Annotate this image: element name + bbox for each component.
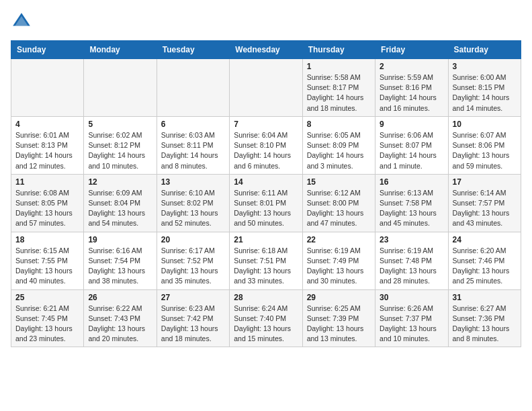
day-info: Sunrise: 6:14 AM Sunset: 7:57 PM Dayligh… [453,188,517,229]
day-info: Sunrise: 6:01 AM Sunset: 8:13 PM Dayligh… [15,130,79,171]
calendar-cell: 28Sunrise: 6:24 AM Sunset: 7:40 PM Dayli… [230,289,302,347]
day-number: 13 [161,177,225,187]
day-number: 23 [380,235,443,244]
day-info: Sunrise: 6:21 AM Sunset: 7:45 PM Dayligh… [15,304,79,345]
calendar-cell: 2Sunrise: 5:59 AM Sunset: 8:16 PM Daylig… [375,59,448,117]
logo [11,11,35,32]
day-number: 9 [380,120,443,129]
calendar-cell: 12Sunrise: 6:09 AM Sunset: 8:04 PM Dayli… [84,174,157,232]
day-number: 5 [88,120,152,129]
calendar-cell: 4Sunrise: 6:01 AM Sunset: 8:13 PM Daylig… [11,116,84,174]
calendar-cell: 3Sunrise: 6:00 AM Sunset: 8:15 PM Daylig… [448,59,521,117]
calendar-cell: 29Sunrise: 6:25 AM Sunset: 7:39 PM Dayli… [302,289,375,347]
calendar-cell: 19Sunrise: 6:16 AM Sunset: 7:54 PM Dayli… [84,232,157,289]
calendar-cell: 7Sunrise: 6:04 AM Sunset: 8:10 PM Daylig… [230,116,302,174]
day-number: 26 [88,293,152,302]
day-info: Sunrise: 6:00 AM Sunset: 8:15 PM Dayligh… [453,73,517,113]
day-info: Sunrise: 6:02 AM Sunset: 8:12 PM Dayligh… [88,130,152,171]
day-info: Sunrise: 6:24 AM Sunset: 7:40 PM Dayligh… [234,304,298,345]
calendar-cell: 15Sunrise: 6:12 AM Sunset: 8:00 PM Dayli… [302,174,375,232]
day-info: Sunrise: 6:19 AM Sunset: 7:48 PM Dayligh… [380,246,443,287]
day-number: 1 [307,62,371,71]
day-number: 14 [234,177,298,187]
calendar-cell [84,59,157,117]
weekday-header-friday: Friday [375,41,448,59]
calendar-cell: 30Sunrise: 6:26 AM Sunset: 7:37 PM Dayli… [375,289,448,347]
calendar-cell: 31Sunrise: 6:27 AM Sunset: 7:36 PM Dayli… [448,289,521,347]
day-number: 8 [307,120,371,129]
calendar-cell: 13Sunrise: 6:10 AM Sunset: 8:02 PM Dayli… [157,174,229,232]
day-number: 2 [380,62,443,71]
logo-icon [11,11,32,32]
weekday-header-sunday: Sunday [11,41,84,59]
day-info: Sunrise: 6:19 AM Sunset: 7:49 PM Dayligh… [307,246,371,287]
weekday-header-monday: Monday [84,41,157,59]
day-number: 30 [380,293,443,302]
day-number: 16 [380,177,443,187]
day-info: Sunrise: 6:06 AM Sunset: 8:07 PM Dayligh… [380,130,443,171]
day-info: Sunrise: 6:17 AM Sunset: 7:52 PM Dayligh… [161,246,225,287]
day-number: 18 [15,235,79,244]
day-number: 28 [234,293,298,302]
day-info: Sunrise: 5:59 AM Sunset: 8:16 PM Dayligh… [380,73,443,113]
day-info: Sunrise: 6:23 AM Sunset: 7:42 PM Dayligh… [161,304,225,345]
day-info: Sunrise: 6:12 AM Sunset: 8:00 PM Dayligh… [307,188,371,229]
day-number: 20 [161,235,225,244]
day-info: Sunrise: 6:10 AM Sunset: 8:02 PM Dayligh… [161,188,225,229]
page-header [11,11,521,32]
calendar-cell: 25Sunrise: 6:21 AM Sunset: 7:45 PM Dayli… [11,289,84,347]
day-info: Sunrise: 6:07 AM Sunset: 8:06 PM Dayligh… [453,130,517,171]
calendar-cell: 23Sunrise: 6:19 AM Sunset: 7:48 PM Dayli… [375,232,448,289]
day-number: 6 [161,120,225,129]
day-number: 24 [453,235,517,244]
calendar-cell: 14Sunrise: 6:11 AM Sunset: 8:01 PM Dayli… [230,174,302,232]
day-number: 7 [234,120,298,129]
calendar-cell: 16Sunrise: 6:13 AM Sunset: 7:58 PM Dayli… [375,174,448,232]
calendar-cell: 9Sunrise: 6:06 AM Sunset: 8:07 PM Daylig… [375,116,448,174]
calendar-cell: 5Sunrise: 6:02 AM Sunset: 8:12 PM Daylig… [84,116,157,174]
day-number: 11 [15,177,79,187]
weekday-header-tuesday: Tuesday [157,41,229,59]
day-info: Sunrise: 6:11 AM Sunset: 8:01 PM Dayligh… [234,188,298,229]
day-info: Sunrise: 6:25 AM Sunset: 7:39 PM Dayligh… [307,304,371,345]
day-info: Sunrise: 6:20 AM Sunset: 7:46 PM Dayligh… [453,246,517,287]
day-info: Sunrise: 6:03 AM Sunset: 8:11 PM Dayligh… [161,130,225,171]
day-info: Sunrise: 6:16 AM Sunset: 7:54 PM Dayligh… [88,246,152,287]
day-number: 15 [307,177,371,187]
day-number: 3 [453,62,517,71]
day-number: 21 [234,235,298,244]
day-info: Sunrise: 6:15 AM Sunset: 7:55 PM Dayligh… [15,246,79,287]
calendar-cell: 27Sunrise: 6:23 AM Sunset: 7:42 PM Dayli… [157,289,229,347]
day-info: Sunrise: 6:08 AM Sunset: 8:05 PM Dayligh… [15,188,79,229]
calendar-cell: 18Sunrise: 6:15 AM Sunset: 7:55 PM Dayli… [11,232,84,289]
calendar-cell: 24Sunrise: 6:20 AM Sunset: 7:46 PM Dayli… [448,232,521,289]
day-info: Sunrise: 5:58 AM Sunset: 8:17 PM Dayligh… [307,73,371,113]
calendar-cell: 6Sunrise: 6:03 AM Sunset: 8:11 PM Daylig… [157,116,229,174]
day-info: Sunrise: 6:13 AM Sunset: 7:58 PM Dayligh… [380,188,443,229]
day-number: 12 [88,177,152,187]
day-info: Sunrise: 6:27 AM Sunset: 7:36 PM Dayligh… [453,304,517,345]
calendar-cell [11,59,84,117]
calendar-cell: 17Sunrise: 6:14 AM Sunset: 7:57 PM Dayli… [448,174,521,232]
day-info: Sunrise: 6:05 AM Sunset: 8:09 PM Dayligh… [307,130,371,171]
day-info: Sunrise: 6:04 AM Sunset: 8:10 PM Dayligh… [234,130,298,171]
calendar-cell: 8Sunrise: 6:05 AM Sunset: 8:09 PM Daylig… [302,116,375,174]
day-number: 29 [307,293,371,302]
weekday-header-saturday: Saturday [448,41,521,59]
day-number: 25 [15,293,79,302]
day-number: 31 [453,293,517,302]
calendar-cell: 26Sunrise: 6:22 AM Sunset: 7:43 PM Dayli… [84,289,157,347]
calendar-cell [157,59,229,117]
day-info: Sunrise: 6:26 AM Sunset: 7:37 PM Dayligh… [380,304,443,345]
day-info: Sunrise: 6:09 AM Sunset: 8:04 PM Dayligh… [88,188,152,229]
day-info: Sunrise: 6:18 AM Sunset: 7:51 PM Dayligh… [234,246,298,287]
day-number: 17 [453,177,517,187]
day-info: Sunrise: 6:22 AM Sunset: 7:43 PM Dayligh… [88,304,152,345]
weekday-header-wednesday: Wednesday [230,41,302,59]
day-number: 10 [453,120,517,129]
calendar-cell: 10Sunrise: 6:07 AM Sunset: 8:06 PM Dayli… [448,116,521,174]
calendar-cell: 11Sunrise: 6:08 AM Sunset: 8:05 PM Dayli… [11,174,84,232]
calendar-cell: 22Sunrise: 6:19 AM Sunset: 7:49 PM Dayli… [302,232,375,289]
calendar-cell [230,59,302,117]
weekday-header-thursday: Thursday [302,41,375,59]
